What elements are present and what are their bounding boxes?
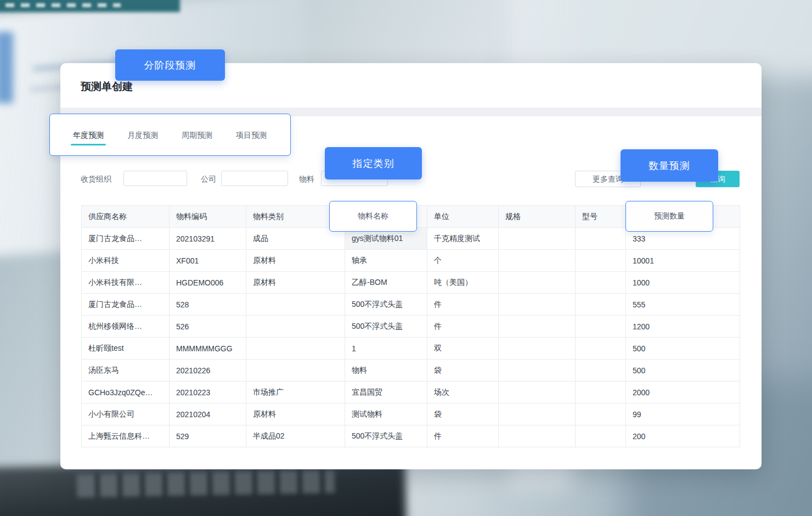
table-cell: HGDEMO006 — [170, 272, 246, 294]
page-title: 预测单创建 — [81, 80, 133, 94]
column-header-spec: 规格 — [499, 206, 576, 228]
table-cell — [246, 360, 345, 382]
table-cell — [499, 338, 576, 360]
table-cell: 双 — [427, 338, 499, 360]
company-input[interactable] — [221, 171, 288, 186]
app-screenshot: 预测单创建 收货组织 公司 物料 更多查询 查询 供应商名称 — [0, 0, 812, 516]
table-cell — [246, 316, 345, 338]
table-cell: 市场推广 — [246, 382, 345, 403]
background-keyboard-keys-blur — [77, 470, 335, 497]
table-cell: 宜昌国贸 — [345, 382, 427, 403]
tab-annual-forecast[interactable]: 年度预测 — [71, 131, 106, 144]
table-cell — [576, 403, 626, 425]
table-row[interactable]: 杭州移领网络…526500不浮式头盖件1200 — [82, 316, 740, 338]
table-cell — [576, 272, 626, 294]
table-cell: XF001 — [170, 250, 246, 272]
forecast-tabs-highlight-box: 年度预测 月度预测 周期预测 项目预测 — [49, 114, 291, 156]
annotation-phased-forecast: 分阶段预测 — [115, 49, 225, 81]
table-cell — [576, 338, 626, 360]
table-cell: 10001 — [626, 250, 740, 272]
table-cell: 1200 — [626, 316, 740, 338]
annotation-quantity-forecast: 数量预测 — [621, 149, 718, 182]
table-cell: 20210204 — [170, 403, 246, 425]
column-header-unit: 单位 — [427, 206, 499, 228]
table-row[interactable]: 小米科技有限…HGDEMO006原材料乙醇-BOM吨（美国）1000 — [82, 272, 740, 294]
table-cell: 半成品02 — [246, 425, 345, 447]
table-cell: 2000 — [626, 382, 740, 403]
table-cell: 原材料 — [246, 250, 345, 272]
table-cell: 小米科技有限… — [82, 272, 170, 294]
table-cell — [246, 294, 345, 316]
table-row[interactable]: 汤臣东马20210226物料袋500 — [82, 360, 740, 382]
tab-period-forecast[interactable]: 周期预测 — [179, 131, 215, 144]
table-cell: 500 — [626, 338, 740, 360]
table-cell — [246, 338, 345, 360]
table-cell: 原材料 — [246, 403, 345, 425]
table-cell: 99 — [626, 403, 740, 425]
table-cell: 厦门古龙食品… — [82, 294, 170, 316]
table-cell: 物料 — [345, 360, 427, 382]
table-cell: 杭州移领网络… — [82, 316, 170, 338]
table-cell: 1000 — [626, 272, 740, 294]
table-cell: MMMMMMGGG — [170, 338, 246, 360]
table-cell — [499, 360, 576, 382]
table-cell: 500 — [626, 360, 740, 382]
table-cell: 500不浮式头盖 — [345, 294, 427, 316]
table-body: 厦门古龙食品…202103291成品gys测试物料01千克精度测试333小米科技… — [82, 228, 740, 447]
table-cell: 528 — [170, 294, 246, 316]
table-cell: 汤臣东马 — [82, 360, 170, 382]
receiving-org-label: 收货组织 — [81, 171, 111, 187]
tab-monthly-forecast[interactable]: 月度预测 — [125, 131, 160, 144]
table-cell: 千克精度测试 — [427, 228, 499, 250]
table-cell: 202103291 — [170, 228, 246, 250]
table-cell — [576, 228, 626, 250]
table-cell — [499, 250, 576, 272]
table-cell — [576, 382, 626, 403]
column-header-supplier: 供应商名称 — [82, 206, 170, 228]
table-cell: 吨（美国） — [427, 272, 499, 294]
table-cell: 个 — [427, 250, 499, 272]
tab-project-forecast[interactable]: 项目预测 — [234, 131, 269, 144]
table-cell — [499, 382, 576, 403]
table-cell: 555 — [626, 294, 740, 316]
table-cell: 原材料 — [246, 272, 345, 294]
table-cell — [499, 403, 576, 425]
table-cell — [499, 316, 576, 338]
table-cell: 袋 — [427, 403, 499, 425]
table-row[interactable]: 上海甄云信息科…529半成品02500不浮式头盖件200 — [82, 425, 740, 447]
table-cell: 袋 — [427, 360, 499, 382]
table-cell: 20210223 — [170, 382, 246, 403]
company-label: 公司 — [201, 171, 216, 187]
table-row[interactable]: GCHo3Jzq0ZQe…20210223市场推广宜昌国贸场次2000 — [82, 382, 740, 403]
table-cell: 厦门古龙食品… — [82, 228, 170, 250]
table-row[interactable]: 厦门古龙食品…528500不浮式头盖件555 — [82, 294, 740, 316]
table-cell — [576, 360, 626, 382]
table-cell — [499, 425, 576, 447]
table-cell: 件 — [427, 316, 499, 338]
table-cell: 乙醇-BOM — [345, 272, 427, 294]
background-browser-menubar — [0, 0, 180, 12]
table-cell: 526 — [170, 316, 246, 338]
receiving-org-input[interactable] — [123, 171, 187, 186]
background-menubar-text-blur — [5, 3, 121, 7]
table-cell — [576, 316, 626, 338]
column-header-material-code: 物料编码 — [170, 206, 246, 228]
table-cell — [576, 425, 626, 447]
table-cell: 杜昕颐test — [82, 338, 170, 360]
table-row[interactable]: 杜昕颐testMMMMMMGGG1双500 — [82, 338, 740, 360]
table-cell: 200 — [626, 425, 740, 447]
material-name-header-highlight: 物料名称 — [329, 201, 417, 232]
table-cell: 件 — [427, 425, 499, 447]
forecast-table: 供应商名称 物料编码 物料类别 物料名称 单位 规格 型号 预测数量 厦门古龙食… — [81, 205, 740, 447]
table-cell — [499, 228, 576, 250]
background-blue-sidebar-blur — [0, 32, 13, 103]
table-cell: 小小有限公司 — [82, 403, 170, 425]
forecast-tabs: 年度预测 月度预测 周期预测 项目预测 — [71, 131, 269, 144]
table-cell — [499, 272, 576, 294]
table-row[interactable]: 小米科技XF001原材料轴承个10001 — [82, 250, 740, 272]
table-cell: 500不浮式头盖 — [345, 425, 427, 447]
table-cell: 1 — [345, 338, 427, 360]
table-row[interactable]: 小小有限公司20210204原材料测试物料袋99 — [82, 403, 740, 425]
table-cell — [499, 294, 576, 316]
material-label: 物料 — [299, 171, 314, 187]
